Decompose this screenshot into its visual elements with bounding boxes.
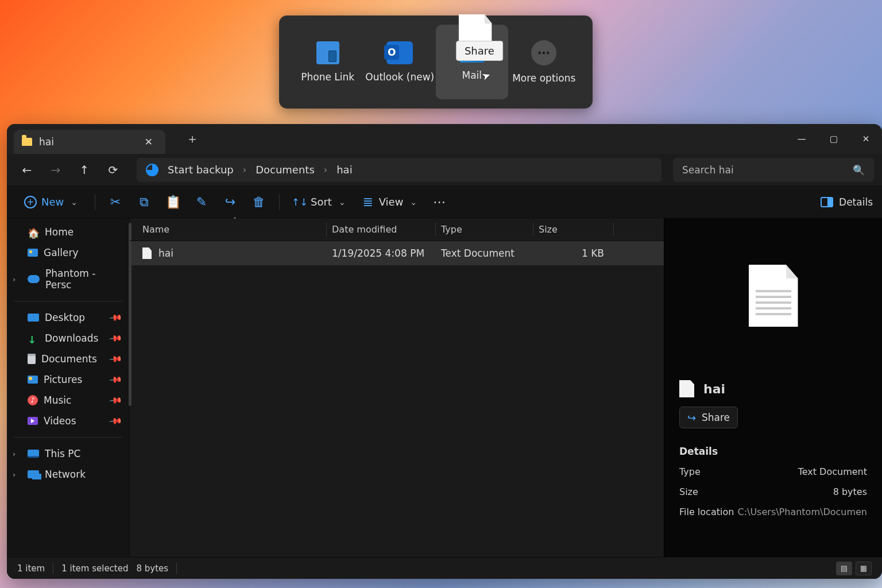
copy-icon: ⧉ bbox=[138, 196, 150, 208]
file-type: Text Document bbox=[441, 247, 539, 259]
titlebar: hai ✕ ＋ — ▢ ✕ bbox=[7, 124, 882, 154]
pin-icon[interactable]: 📌 bbox=[108, 310, 123, 325]
sidebar-divider bbox=[14, 437, 122, 438]
pin-icon[interactable]: 📌 bbox=[108, 351, 123, 366]
view-button[interactable]: ≣ View bbox=[357, 191, 421, 214]
status-selected: 1 item selected bbox=[61, 563, 128, 574]
chevron-right-icon[interactable]: › bbox=[13, 470, 16, 479]
details-row-size: Size8 bytes bbox=[679, 486, 867, 497]
delete-button[interactable]: 🗑 bbox=[248, 191, 270, 214]
pin-icon[interactable]: 📌 bbox=[108, 393, 123, 408]
ellipsis-icon: ⋯ bbox=[433, 196, 446, 208]
sort-button[interactable]: ↑↓ Sort bbox=[289, 191, 350, 214]
search-input[interactable]: Search hai 🔍 bbox=[673, 158, 874, 182]
tab-close-button[interactable]: ✕ bbox=[141, 134, 156, 149]
clipboard-icon: 📋 bbox=[167, 196, 179, 208]
search-icon: 🔍 bbox=[853, 164, 865, 176]
sort-label: Sort bbox=[311, 196, 332, 208]
pin-icon[interactable]: 📌 bbox=[108, 372, 123, 387]
close-button[interactable]: ✕ bbox=[850, 125, 882, 153]
more-button[interactable]: ⋯ bbox=[428, 191, 450, 214]
sidebar-item-phantom[interactable]: ›Phantom - Persc bbox=[7, 263, 129, 295]
column-name[interactable]: Name bbox=[142, 224, 332, 235]
pin-icon[interactable]: 📌 bbox=[108, 331, 123, 346]
sidebar-item-desktop[interactable]: Desktop📌 bbox=[7, 307, 129, 328]
chevron-right-icon[interactable]: › bbox=[13, 275, 16, 284]
forward-button[interactable]: → bbox=[44, 158, 68, 182]
text-document-icon bbox=[749, 265, 798, 327]
sidebar-item-network[interactable]: ›Network bbox=[7, 464, 129, 485]
column-headers: Name Date modified Type Size ˄ bbox=[130, 218, 664, 241]
desktop-icon bbox=[28, 314, 39, 322]
sidebar-item-videos[interactable]: Videos📌 bbox=[7, 411, 129, 431]
window-controls: — ▢ ✕ bbox=[786, 125, 882, 153]
new-button[interactable]: + New bbox=[16, 191, 86, 214]
chevron-right-icon: › bbox=[243, 164, 246, 175]
up-button[interactable]: ↑ bbox=[72, 158, 96, 182]
text-document-icon bbox=[142, 247, 152, 259]
search-placeholder: Search hai bbox=[682, 164, 734, 176]
chevron-right-icon[interactable]: › bbox=[13, 450, 16, 458]
details-share-button[interactable]: ↪ Share bbox=[679, 407, 738, 428]
details-pane-toggle[interactable]: Details bbox=[821, 196, 873, 208]
command-toolbar: + New ✂ ⧉ 📋 ✎ ↪ 🗑 ↑↓ Sort ≣ View ⋯ Detai… bbox=[7, 186, 882, 218]
column-divider[interactable] bbox=[613, 223, 614, 236]
toolbar-separator bbox=[95, 194, 95, 210]
crumb-start-backup[interactable]: Start backup bbox=[168, 164, 234, 176]
chevron-right-icon: › bbox=[324, 164, 327, 175]
sidebar-item-music[interactable]: ♪Music📌 bbox=[7, 390, 129, 411]
file-list: Name Date modified Type Size ˄ hai 1/19/… bbox=[130, 218, 664, 557]
sidebar-item-home[interactable]: 🏠Home bbox=[7, 222, 129, 242]
share-target-more-options[interactable]: ⋯ More options bbox=[508, 25, 581, 99]
cut-button[interactable]: ✂ bbox=[105, 191, 126, 214]
file-row[interactable]: hai 1/19/2025 4:08 PM Text Document 1 KB bbox=[130, 241, 664, 265]
view-icons-toggle[interactable]: ▦ bbox=[856, 562, 872, 575]
crumb-current[interactable]: hai bbox=[336, 164, 352, 176]
view-label: View bbox=[379, 196, 404, 208]
refresh-button[interactable]: ⟳ bbox=[101, 158, 125, 182]
share-button[interactable]: ↪ bbox=[219, 191, 241, 214]
tab-title: hai bbox=[39, 136, 54, 148]
share-tooltip: Share bbox=[456, 41, 503, 61]
sidebar-item-downloads[interactable]: Downloads📌 bbox=[7, 328, 129, 349]
rename-button[interactable]: ✎ bbox=[191, 191, 212, 214]
minimize-button[interactable]: — bbox=[786, 125, 818, 153]
new-label: New bbox=[41, 196, 64, 208]
copy-button[interactable]: ⧉ bbox=[133, 191, 155, 214]
sidebar-item-this-pc[interactable]: ›This PC bbox=[7, 443, 129, 464]
back-button[interactable]: ← bbox=[15, 158, 39, 182]
share-target-phone-link[interactable]: Phone Link bbox=[292, 25, 364, 99]
scissors-icon: ✂ bbox=[109, 196, 122, 208]
paste-button[interactable]: 📋 bbox=[162, 191, 184, 214]
crumb-documents[interactable]: Documents bbox=[256, 164, 315, 176]
maximize-button[interactable]: ▢ bbox=[818, 125, 850, 153]
column-type[interactable]: Type bbox=[441, 224, 539, 235]
pc-icon bbox=[28, 450, 39, 458]
sidebar-item-documents[interactable]: Documents📌 bbox=[7, 349, 129, 369]
plus-icon: + bbox=[24, 196, 37, 208]
navigation-sidebar: 🏠Home Gallery ›Phantom - Persc Desktop📌 … bbox=[7, 218, 130, 557]
sidebar-item-gallery[interactable]: Gallery bbox=[7, 242, 129, 263]
column-size[interactable]: Size bbox=[539, 224, 619, 235]
column-divider[interactable] bbox=[533, 223, 533, 236]
share-target-mail[interactable]: Mail Share ➤ bbox=[436, 25, 508, 99]
share-icon: ↪ bbox=[687, 412, 696, 424]
status-bar: 1 item 1 item selected 8 bytes ▤ ▦ bbox=[7, 557, 882, 579]
trash-icon: 🗑 bbox=[253, 196, 265, 208]
column-divider[interactable] bbox=[435, 223, 436, 236]
onedrive-icon bbox=[28, 275, 40, 283]
breadcrumb[interactable]: Start backup › Documents › hai bbox=[137, 158, 662, 182]
pin-icon[interactable]: 📌 bbox=[108, 413, 123, 428]
view-details-toggle[interactable]: ▤ bbox=[836, 562, 852, 575]
pictures-icon bbox=[28, 376, 38, 384]
status-bytes: 8 bytes bbox=[137, 563, 169, 574]
column-date[interactable]: Date modified bbox=[332, 224, 441, 235]
new-tab-button[interactable]: ＋ bbox=[183, 130, 202, 148]
text-document-icon bbox=[679, 380, 694, 397]
tab-hai[interactable]: hai ✕ bbox=[14, 130, 165, 154]
share-target-outlook[interactable]: Outlook (new) bbox=[364, 25, 436, 99]
sidebar-item-pictures[interactable]: Pictures📌 bbox=[7, 369, 129, 390]
details-pane-icon bbox=[821, 197, 833, 207]
gallery-icon bbox=[28, 249, 38, 257]
column-divider[interactable] bbox=[326, 223, 327, 236]
